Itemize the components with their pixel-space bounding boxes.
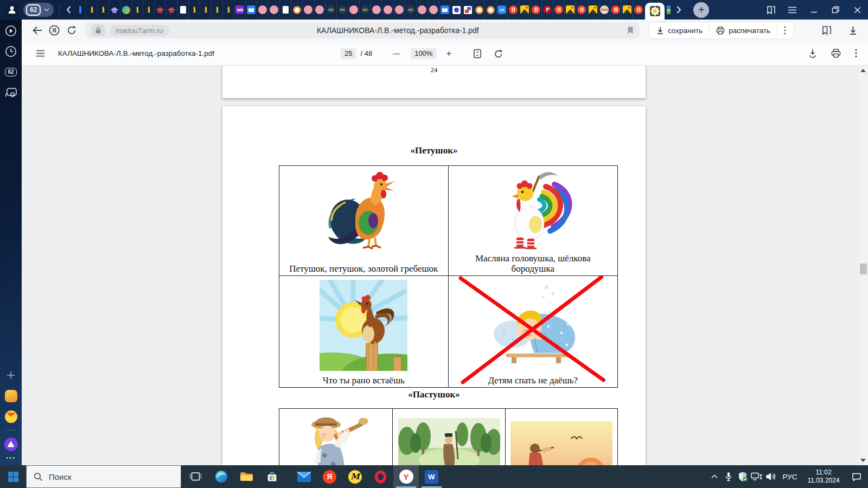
profile-avatar[interactable] — [5, 3, 19, 17]
tab-favicon-pink[interactable] — [393, 0, 405, 20]
taskbar-app-edge[interactable] — [208, 465, 234, 488]
tab-favicon-orange[interactable] — [291, 0, 302, 20]
tabs-scroll-left-button[interactable] — [62, 0, 74, 20]
tray-expand-button[interactable] — [707, 465, 722, 488]
tab-favicon-ya[interactable]: Я — [553, 0, 564, 20]
tab-favicon-pic[interactable] — [564, 0, 576, 20]
more-actions-button[interactable] — [777, 22, 793, 38]
tab-favicon-i[interactable]: i — [200, 0, 211, 20]
tabs-panel-button[interactable]: 62 — [0, 62, 22, 82]
screenshot-button[interactable] — [0, 82, 22, 103]
tab-favicon-i[interactable]: i — [131, 0, 143, 20]
tab-favicon-doc[interactable] — [279, 0, 291, 20]
tab-favicon-gc[interactable]: GC — [336, 0, 348, 20]
pdf-more-icon[interactable] — [855, 49, 857, 57]
fit-page-icon[interactable] — [473, 49, 482, 59]
current-page-input[interactable]: 25 — [341, 48, 356, 59]
taskbar-app-mail[interactable] — [291, 465, 317, 488]
tab-favicon-gc[interactable]: GC — [359, 0, 371, 20]
tab-favicon-pink[interactable] — [302, 0, 314, 20]
tab-favicon-grad-red[interactable] — [165, 0, 177, 20]
video-button[interactable] — [0, 21, 22, 41]
tab-favicon-grad-purple[interactable] — [108, 0, 120, 20]
tab-favicon-pink[interactable] — [257, 0, 268, 20]
language-indicator[interactable]: РУС — [778, 465, 802, 488]
tab-favicon-i[interactable]: i — [211, 0, 222, 20]
tab-favicon-grad-red[interactable] — [154, 0, 165, 20]
zoom-out-button[interactable]: — — [393, 49, 400, 57]
taskbar-clock[interactable]: 11:02 11.03.2024 — [802, 465, 845, 488]
tab-favicon-pink[interactable] — [382, 0, 393, 20]
tray-network[interactable] — [750, 465, 764, 488]
taskbar-app-m[interactable]: M — [342, 465, 368, 488]
taskbar-app-explorer[interactable] — [234, 465, 259, 488]
tab-favicon-orange[interactable] — [484, 0, 496, 20]
side-panels-button[interactable] — [760, 0, 781, 20]
tab-favicon-sova[interactable]: SOVA — [598, 0, 610, 20]
tab-favicon-orange[interactable] — [473, 0, 484, 20]
site-security-chip[interactable] — [91, 24, 105, 36]
tab-favicon-pinterest[interactable]: P — [541, 0, 553, 20]
tab-favicon-pink[interactable] — [348, 0, 359, 20]
scrollbar-thumb[interactable] — [860, 264, 867, 274]
tab-favicon-pic[interactable] — [621, 0, 633, 20]
collections-button[interactable] — [817, 22, 834, 39]
window-restore-button[interactable] — [825, 0, 846, 20]
tab-favicon-pink[interactable] — [314, 0, 325, 20]
tray-defender[interactable] — [736, 465, 750, 488]
tab-favicon-gc[interactable]: GC — [325, 0, 336, 20]
scroll-up-arrow[interactable] — [860, 69, 866, 72]
window-close-button[interactable] — [846, 0, 868, 20]
bookmark-icon[interactable] — [627, 26, 634, 35]
tab-favicon-wb[interactable]: WB — [234, 0, 245, 20]
new-tab-button[interactable]: + — [693, 2, 709, 18]
history-button[interactable] — [0, 41, 22, 62]
pdf-print-icon[interactable] — [831, 49, 841, 58]
add-panel-button[interactable] — [0, 365, 22, 386]
sidebar-app-mail[interactable] — [0, 406, 22, 427]
browser-menu-button[interactable] — [781, 0, 803, 20]
tab-counter-button[interactable]: 62 — [23, 3, 54, 17]
tab-favicon-ya[interactable]: Я — [530, 0, 541, 20]
tab-favicon-pink[interactable] — [427, 0, 439, 20]
downloads-button[interactable] — [844, 22, 861, 39]
tabs-scroll-right-button[interactable] — [673, 0, 685, 20]
print-button[interactable]: распечатать — [710, 22, 777, 38]
active-tab[interactable] — [645, 3, 665, 20]
tab-favicon-pink[interactable] — [268, 0, 279, 20]
taskbar-app-opera[interactable] — [368, 465, 393, 488]
tab-favicon-mail[interactable] — [439, 0, 450, 20]
tab-favicon-i[interactable]: i — [143, 0, 154, 20]
tray-volume[interactable] — [764, 465, 778, 488]
tab-favicon-pic[interactable] — [587, 0, 598, 20]
taskbar-app-word[interactable]: W — [419, 465, 444, 488]
tab-favicon-pic[interactable] — [519, 0, 530, 20]
sidebar-more-button[interactable]: ••• — [6, 454, 16, 461]
tab-favicon-pink[interactable] — [416, 0, 427, 20]
tray-microphone[interactable] — [722, 465, 736, 488]
pdf-menu-icon[interactable] — [36, 50, 45, 57]
tab-favicon-ya[interactable]: Я — [633, 0, 644, 20]
tab-favicon-i[interactable]: i — [86, 0, 97, 20]
save-button[interactable]: сохранить — [650, 22, 709, 38]
tab-favicon-i[interactable]: i — [97, 0, 108, 20]
zoom-level[interactable]: 100% — [411, 48, 436, 59]
tab-favicon-photo[interactable] — [462, 0, 473, 20]
taskbar-search[interactable]: Поиск — [26, 465, 181, 488]
rotate-icon[interactable] — [494, 49, 503, 59]
action-center-button[interactable] — [845, 465, 868, 488]
tab-favicon-ya[interactable]: Я — [610, 0, 621, 20]
task-view-button[interactable] — [183, 465, 208, 488]
tab-favicon-i[interactable]: i — [222, 0, 234, 20]
tab-favicon-ya[interactable]: Я — [507, 0, 519, 20]
tab-favicon-ya[interactable]: Я — [576, 0, 587, 20]
tab-favicon-globe[interactable] — [120, 0, 131, 20]
taskbar-app-yandex[interactable]: Я — [317, 465, 342, 488]
tab-favicon-bar[interactable] — [74, 0, 86, 20]
window-minimize-button[interactable] — [803, 0, 825, 20]
taskbar-app-store[interactable] — [259, 465, 285, 488]
taskbar-app-yandex-browser[interactable]: Y — [393, 465, 419, 488]
start-button[interactable] — [0, 465, 26, 488]
reload-button[interactable] — [63, 22, 80, 39]
yandex-home-button[interactable]: Я — [46, 22, 63, 39]
